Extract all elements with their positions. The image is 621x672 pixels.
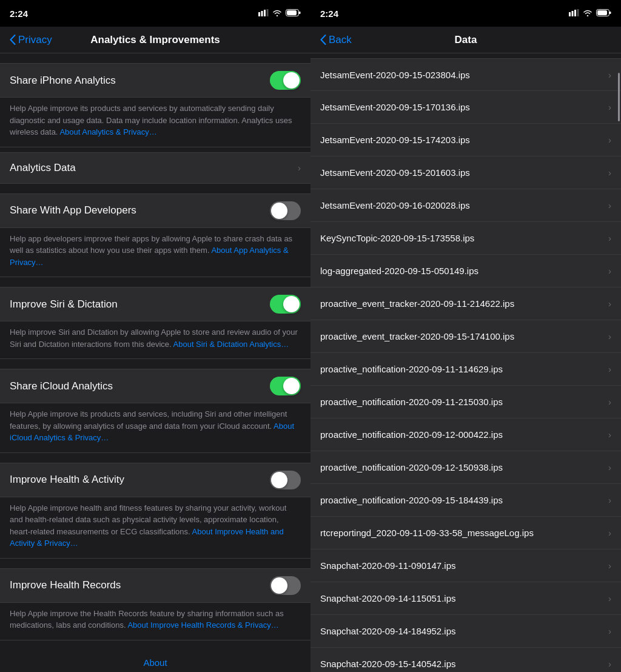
siri-label: Improve Siri & Dictation (10, 298, 118, 311)
settings-scroll[interactable]: Share iPhone Analytics Help Apple improv… (0, 53, 310, 672)
toggle-knob-health (271, 472, 287, 488)
svg-rect-5 (299, 12, 301, 14)
left-status-time: 2:24 (10, 8, 28, 19)
health-records-link[interactable]: About Improve Health Records & Privacy… (127, 620, 278, 630)
file-name: Snapchat-2020-09-14-184952.ips (320, 626, 456, 636)
app-analytics-privacy-link[interactable]: About App Analytics & Privacy… (10, 246, 289, 267)
health-row[interactable]: Improve Health & Activity (0, 463, 310, 497)
file-chevron: › (608, 593, 611, 603)
right-status-bar: 2:24 (310, 0, 621, 27)
svg-rect-3 (267, 9, 269, 16)
analytics-data-row[interactable]: Analytics Data › (0, 153, 310, 183)
file-item[interactable]: proactive_event_tracker-2020-09-11-21462… (310, 287, 621, 320)
health-records-label: Improve Health Records (10, 579, 121, 591)
file-item[interactable]: proactive_notification-2020-09-12-150938… (310, 451, 621, 484)
health-section: Improve Health & Activity (0, 463, 310, 497)
icloud-row[interactable]: Share iCloud Analytics (0, 369, 310, 403)
file-name: proactive_event_tracker-2020-09-15-17410… (320, 331, 514, 341)
file-chevron: › (608, 528, 611, 538)
share-iphone-row[interactable]: Share iPhone Analytics (0, 64, 310, 97)
share-dev-section: Share With App Developers (0, 193, 310, 228)
file-chevron: › (608, 167, 611, 178)
icloud-toggle[interactable] (270, 377, 301, 395)
file-name: JetsamEvent-2020-09-15-174203.ips (320, 135, 470, 145)
left-back-label: Privacy (18, 34, 52, 46)
analytics-data-section: Analytics Data › (0, 152, 310, 184)
file-chevron: › (608, 266, 611, 276)
file-item[interactable]: Snapchat-2020-09-11-090147.ips › (310, 549, 621, 582)
toggle-knob (283, 72, 300, 89)
file-chevron: › (608, 200, 611, 210)
file-item[interactable]: proactive_event_tracker-2020-09-15-17410… (310, 320, 621, 353)
file-item[interactable]: JetsamEvent-2020-09-16-020028.ips › (310, 189, 621, 222)
left-back-button[interactable]: Privacy (10, 34, 52, 46)
siri-toggle[interactable] (270, 295, 301, 314)
file-item[interactable]: log-aggregated-2020-09-15-050149.ips › (310, 255, 621, 287)
file-item[interactable]: KeySyncTopic-2020-09-15-173558.ips › (310, 222, 621, 255)
svg-rect-2 (264, 10, 266, 16)
file-item[interactable]: Snapchat-2020-09-14-115051.ips › (310, 582, 621, 615)
siri-section: Improve Siri & Dictation (0, 287, 310, 321)
health-toggle[interactable] (270, 471, 301, 489)
toggle-knob-icloud (283, 378, 300, 394)
file-name: JetsamEvent-2020-09-16-020028.ips (320, 200, 470, 210)
file-name: JetsamEvent-2020-09-15-023804.ips (320, 70, 470, 80)
file-list[interactable]: JetsamEvent-2020-09-15-023804.ips › Jets… (310, 53, 621, 672)
health-desc: Help Apple improve health and fitness fe… (0, 497, 310, 559)
health-records-row[interactable]: Improve Health Records (0, 569, 310, 602)
health-records-toggle[interactable] (270, 576, 301, 595)
svg-rect-9 (574, 10, 576, 16)
siri-analytics-link[interactable]: About Siri & Dictation Analytics… (173, 340, 289, 349)
health-analytics-link[interactable]: About Improve Health and Activity & Priv… (10, 527, 284, 548)
siri-desc: Help improve Siri and Dictation by allow… (0, 321, 310, 359)
share-dev-label: Share With App Developers (10, 204, 136, 217)
file-name: proactive_notification-2020-09-15-184439… (320, 495, 503, 505)
file-item[interactable]: JetsamEvent-2020-09-15-023804.ips › (310, 58, 621, 91)
file-name: proactive_notification-2020-09-12-150938… (320, 462, 503, 472)
about-link[interactable]: About (143, 657, 167, 668)
siri-row[interactable]: Improve Siri & Dictation (0, 287, 310, 321)
icloud-analytics-link[interactable]: About iCloud Analytics & Privacy… (10, 422, 294, 443)
right-back-button[interactable]: Back (320, 34, 352, 46)
file-item[interactable]: JetsamEvent-2020-09-15-170136.ips › (310, 91, 621, 124)
file-item[interactable]: proactive_notification-2020-09-11-114629… (310, 353, 621, 386)
health-records-desc-text: Help Apple improve the Health Records fe… (10, 608, 301, 631)
file-name: Snapchat-2020-09-11-090147.ips (320, 560, 456, 571)
file-chevron: › (608, 495, 611, 505)
scroll-indicator (618, 73, 620, 121)
right-signal-icon (569, 9, 579, 18)
right-nav-bar: Back Data (310, 27, 621, 53)
siri-desc-text: Help improve Siri and Dictation by allow… (10, 326, 301, 350)
share-dev-row[interactable]: Share With App Developers (0, 194, 310, 227)
file-item[interactable]: proactive_notification-2020-09-11-215030… (310, 386, 621, 418)
right-nav-title: Data (455, 34, 477, 46)
file-item[interactable]: JetsamEvent-2020-09-15-174203.ips › (310, 124, 621, 156)
share-dev-desc: Help app developers improve their apps b… (0, 228, 310, 278)
svg-rect-8 (572, 11, 574, 16)
file-chevron: › (608, 102, 611, 112)
file-item[interactable]: proactive_notification-2020-09-12-000422… (310, 418, 621, 451)
left-panel: 2:24 (0, 0, 310, 672)
file-item[interactable]: JetsamEvent-2020-09-15-201603.ips › (310, 156, 621, 189)
file-item[interactable]: rtcreportingd_2020-09-11-09-33-58_messag… (310, 517, 621, 549)
health-records-section: Improve Health Records (0, 568, 310, 603)
file-name: JetsamEvent-2020-09-15-201603.ips (320, 167, 470, 178)
share-iphone-toggle[interactable] (270, 71, 301, 90)
file-item[interactable]: proactive_notification-2020-09-15-184439… (310, 484, 621, 517)
file-item[interactable]: Snapchat-2020-09-15-140542.ips › (310, 648, 621, 672)
file-name: KeySyncTopic-2020-09-15-173558.ips (320, 233, 474, 243)
analytics-data-chevron: › (298, 163, 301, 173)
file-name: proactive_notification-2020-09-11-114629… (320, 364, 503, 374)
file-chevron: › (608, 331, 611, 341)
icloud-label: Share iCloud Analytics (10, 380, 113, 392)
file-chevron: › (608, 70, 611, 80)
svg-rect-1 (261, 11, 263, 16)
file-item[interactable]: Snapchat-2020-09-14-184952.ips › (310, 615, 621, 648)
svg-rect-12 (609, 12, 611, 14)
health-records-desc: Help Apple improve the Health Records fe… (0, 603, 310, 640)
icloud-desc-text: Help Apple improve its products and serv… (10, 408, 301, 444)
share-dev-toggle[interactable] (270, 201, 301, 220)
health-label: Improve Health & Activity (10, 474, 124, 486)
analytics-privacy-link[interactable]: About Analytics & Privacy… (59, 127, 156, 136)
share-iphone-label: Share iPhone Analytics (10, 75, 116, 87)
